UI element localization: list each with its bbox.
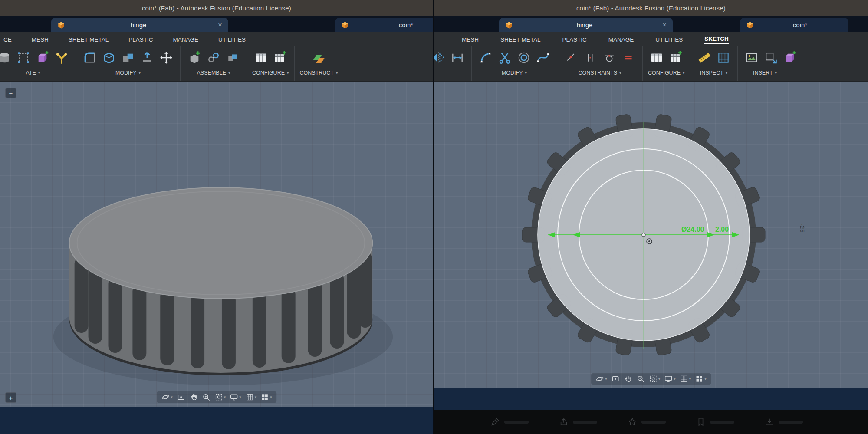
fit-button[interactable]: ▾ — [649, 375, 661, 383]
rigid-group-icon[interactable] — [224, 49, 241, 66]
coin-3d-model[interactable] — [0, 82, 433, 407]
group-label-construct[interactable]: CONSTRUCT▾ — [300, 70, 338, 76]
menu-item-plastic[interactable]: PLASTIC — [562, 36, 587, 44]
coin-sketch[interactable]: Ø24.00 2.00 — [434, 82, 868, 388]
configuration-table-icon[interactable] — [252, 49, 270, 66]
move-copy-icon[interactable] — [158, 49, 175, 66]
menu-item-utilities[interactable]: UTILITIES — [218, 36, 246, 44]
dimension-label[interactable]: Ø24.00 — [681, 226, 704, 233]
zoom-button[interactable] — [202, 393, 210, 401]
dock-download-button[interactable] — [765, 417, 803, 427]
zoom-in-button[interactable]: + — [5, 392, 16, 403]
tab-label: hinge — [517, 21, 652, 29]
pan-button[interactable] — [624, 375, 632, 383]
grid-settings-button[interactable]: ▾ — [245, 393, 257, 401]
mirror-icon[interactable] — [434, 49, 447, 66]
menu-item-sheet-metal[interactable]: SHEET METAL — [69, 36, 109, 44]
sketch-dimension-icon[interactable] — [449, 49, 466, 66]
close-tab-icon[interactable]: × — [218, 21, 222, 29]
menu-item-surface-cut[interactable]: CE — [3, 36, 12, 44]
viewports-button[interactable]: ▾ — [260, 393, 272, 401]
section-analysis-icon[interactable] — [715, 49, 732, 66]
configuration-insert-icon[interactable] — [271, 49, 289, 66]
display-settings-button[interactable]: ▾ — [230, 393, 241, 401]
group-label-modify[interactable]: MODIFY▾ — [115, 70, 141, 76]
chevron-down-icon: ▾ — [139, 71, 141, 75]
look-at-button[interactable] — [611, 375, 620, 383]
cylinder-icon[interactable] — [0, 49, 13, 66]
dock-edit-button[interactable] — [490, 417, 529, 427]
group-sketch-create — [434, 46, 472, 81]
equal-constraint-icon[interactable] — [620, 49, 637, 66]
chevron-down-icon: ▾ — [726, 71, 728, 75]
menu-item-sketch[interactable]: SKETCH — [704, 35, 729, 44]
look-at-button[interactable] — [177, 393, 185, 401]
menu-item-plastic[interactable]: PLASTIC — [128, 36, 153, 44]
sketch-viewport[interactable]: Ø24.00 2.00 -25 ▾ ▾ ▾ ▾ ▾ — [434, 82, 868, 388]
pan-button[interactable] — [189, 393, 198, 401]
window-title: coin* (Fab) - Autodesk Fusion (Education… — [0, 0, 433, 16]
menu-item-utilities[interactable]: UTILITIES — [655, 36, 683, 44]
sketch-fillet-icon[interactable] — [477, 49, 494, 66]
insert-mesh-icon[interactable] — [781, 49, 799, 66]
tab-label: coin* — [353, 21, 434, 29]
grid-settings-button[interactable]: ▾ — [680, 375, 691, 383]
dimension-label-overlap[interactable]: 2.00 — [715, 226, 729, 233]
dock-save-button[interactable] — [696, 417, 734, 427]
press-pull-icon[interactable] — [138, 49, 156, 66]
fit-button[interactable]: ▾ — [214, 393, 226, 401]
orbit-button[interactable]: ▾ — [161, 393, 173, 401]
sketch-origin-point[interactable] — [642, 233, 645, 237]
group-label-insert[interactable]: INSERT▾ — [753, 70, 777, 76]
zoom-button[interactable] — [636, 375, 645, 383]
menu-item-manage[interactable]: MANAGE — [608, 36, 634, 44]
viewports-button[interactable]: ▾ — [695, 375, 707, 383]
measure-icon[interactable] — [696, 49, 713, 66]
spline-icon[interactable] — [534, 49, 552, 66]
dock-share-button[interactable] — [559, 417, 597, 427]
display-settings-button[interactable]: ▾ — [664, 375, 676, 383]
group-constraints: CONSTRAINTS▾ — [557, 46, 643, 81]
menu-item-mesh[interactable]: MESH — [462, 36, 479, 44]
pattern-icon[interactable] — [53, 49, 70, 66]
offset-icon[interactable] — [515, 49, 533, 66]
primitive-box-icon[interactable] — [34, 49, 51, 66]
canvas-icon[interactable] — [743, 49, 760, 66]
document-tab-hinge[interactable]: hinge × — [51, 18, 228, 32]
view-navigation-bar: ▾ ▾ ▾ ▾ ▾ — [157, 391, 276, 403]
new-component-icon[interactable] — [186, 49, 203, 66]
zoom-out-button[interactable]: − — [5, 88, 16, 98]
3d-viewport[interactable]: − + ▾ ▾ ▾ ▾ ▾ — [0, 82, 433, 407]
document-tab-coin[interactable]: coin* — [335, 18, 434, 32]
decal-icon[interactable] — [762, 49, 779, 66]
coincident-constraint-icon[interactable] — [562, 49, 580, 66]
group-label-constraints[interactable]: CONSTRAINTS▾ — [578, 70, 621, 76]
configuration-insert-icon[interactable] — [667, 49, 684, 66]
parallel-constraint-icon[interactable] — [582, 49, 599, 66]
trim-icon[interactable] — [496, 49, 513, 66]
joint-icon[interactable] — [205, 49, 222, 66]
sketch-select-icon[interactable] — [15, 49, 32, 66]
close-tab-icon[interactable]: × — [662, 21, 667, 29]
group-label-assemble[interactable]: ASSEMBLE▾ — [197, 70, 230, 76]
bottom-strip — [0, 407, 433, 434]
configuration-table-icon[interactable] — [648, 49, 665, 66]
group-label-create[interactable]: ATE▾ — [26, 70, 40, 76]
menu-item-mesh[interactable]: MESH — [32, 36, 49, 44]
document-tab-hinge[interactable]: hinge × — [499, 18, 673, 32]
bookmark-icon — [696, 417, 706, 427]
shell-icon[interactable] — [100, 49, 118, 66]
group-label-inspect[interactable]: INSPECT▾ — [700, 70, 728, 76]
group-label-configure[interactable]: CONFIGURE▾ — [648, 70, 685, 76]
dock-favorite-button[interactable] — [628, 417, 666, 427]
group-label-modify[interactable]: MODIFY▾ — [502, 70, 527, 76]
document-tab-coin[interactable]: coin* — [740, 18, 848, 32]
combine-icon[interactable] — [119, 49, 137, 66]
construction-plane-icon[interactable] — [310, 49, 328, 66]
tangent-constraint-icon[interactable] — [601, 49, 618, 66]
menu-item-manage[interactable]: MANAGE — [173, 36, 199, 44]
menu-item-sheet-metal[interactable]: SHEET METAL — [500, 36, 541, 44]
group-label-configure[interactable]: CONFIGURE▾ — [252, 70, 289, 76]
fillet-icon[interactable] — [81, 49, 99, 66]
orbit-button[interactable]: ▾ — [595, 375, 607, 383]
